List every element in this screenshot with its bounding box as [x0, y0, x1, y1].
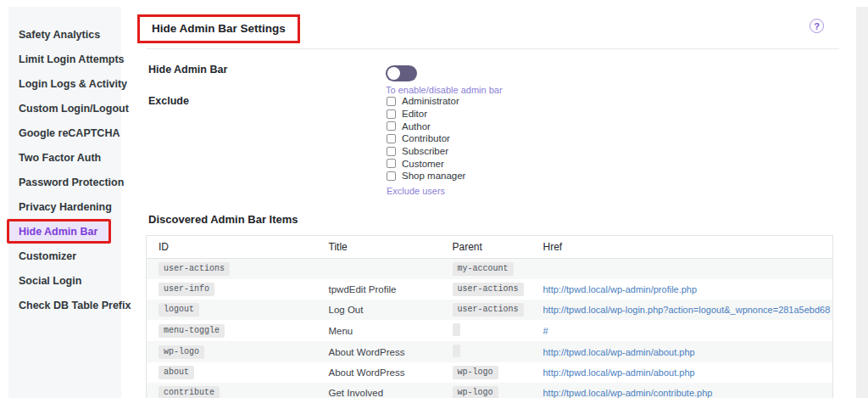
sidebar-item-two-factor-auth[interactable]: Two Factor Auth — [8, 145, 121, 170]
cell-parent: my-account — [441, 259, 531, 280]
role-checkbox[interactable] — [387, 97, 396, 106]
cell-href: http://tpwd.local/wp-admin/profile.php — [531, 279, 833, 300]
role-row: Contributor — [387, 132, 465, 145]
cell-parent: user-actions — [441, 300, 531, 320]
cell-parent: wp-logo — [441, 383, 531, 398]
column-header: Parent — [441, 236, 531, 259]
role-checkbox[interactable] — [387, 171, 396, 181]
id-badge: contribute — [159, 386, 220, 398]
cell-id: menu-toggle — [147, 320, 317, 341]
parent-badge: my-account — [453, 262, 514, 276]
id-badge: user-info — [159, 283, 214, 296]
cell-id: user-actions — [147, 259, 317, 280]
sidebar-item-google-recaptcha[interactable]: Google reCAPTCHA — [8, 121, 121, 145]
sidebar-item-customizer[interactable]: Customizer — [8, 244, 121, 268]
href-link[interactable]: http://tpwd.local/wp-admin/about.php — [543, 347, 695, 357]
sidebar-item-privacy-hardening[interactable]: Privacy Hardening — [8, 194, 121, 219]
scrollbar-track[interactable] — [856, 7, 868, 398]
column-header: Href — [531, 236, 833, 259]
cell-title: Log Out — [317, 300, 441, 320]
cell-href: http://tpwd.local/wp-admin/contribute.ph… — [531, 383, 833, 398]
role-row: Author — [387, 120, 465, 132]
cell-href: http://tpwd.local/wp-login.php?action=lo… — [531, 300, 833, 320]
column-header: ID — [147, 236, 317, 259]
parent-badge: wp-logo — [453, 366, 498, 379]
cell-title — [317, 259, 441, 280]
title-text: Log Out — [329, 305, 364, 315]
cell-id: wp-logo — [147, 341, 317, 362]
table-row: user-actionsmy-account — [147, 259, 833, 280]
title-text: Get Involved — [329, 388, 384, 398]
cell-href: # — [531, 320, 833, 341]
role-checkbox[interactable] — [387, 159, 396, 168]
exclude-users-link[interactable]: Exclude users — [387, 186, 465, 196]
role-checkbox[interactable] — [387, 109, 396, 119]
title-text: About WordPress — [329, 347, 405, 357]
sidebar-item-hide-admin-bar[interactable]: Hide Admin Bar — [7, 219, 111, 244]
sidebar-item-social-login[interactable]: Social Login — [8, 268, 121, 293]
href-link[interactable]: http://tpwd.local/wp-admin/contribute.ph… — [543, 388, 713, 398]
title-text: About WordPress — [329, 367, 405, 378]
cell-href: http://tpwd.local/wp-admin/about.php — [531, 341, 833, 362]
id-badge: menu-toggle — [159, 324, 225, 338]
table-row: user-infotpwdEdit Profileuser-actionshtt… — [147, 279, 833, 300]
sidebar-nav: Safety AnalyticsLimit Login AttemptsLogi… — [8, 7, 121, 398]
role-checkbox[interactable] — [387, 121, 396, 131]
parent-badge: wp-logo — [453, 386, 498, 398]
sidebar-item-check-db-table-prefix[interactable]: Check DB Table Prefix — [8, 293, 121, 317]
sidebar-item-custom-login-logout[interactable]: Custom Login/Logout — [8, 96, 121, 121]
cell-parent — [441, 341, 531, 362]
cell-parent — [441, 320, 531, 341]
role-row: Shop manager — [387, 170, 465, 182]
href-link[interactable]: http://tpwd.local/wp-admin/about.php — [543, 367, 695, 378]
cell-id: contribute — [147, 383, 317, 398]
plugin-settings-screen: Safety AnalyticsLimit Login AttemptsLogi… — [0, 0, 868, 398]
table-heading: Discovered Admin Bar Items — [148, 213, 298, 226]
cell-title: Menu — [317, 320, 441, 341]
role-checkbox[interactable] — [387, 134, 396, 143]
role-checkbox[interactable] — [387, 147, 396, 156]
cell-title: Get Involved — [317, 383, 441, 398]
header-divider — [147, 48, 839, 49]
exclude-label: Exclude — [148, 95, 189, 107]
toggle-knob — [387, 67, 400, 80]
cell-href: http://tpwd.local/wp-admin/about.php — [531, 362, 833, 383]
table-row: wp-logoAbout WordPresshttp://tpwd.local/… — [147, 341, 833, 362]
parent-badge — [453, 323, 460, 336]
cell-title: tpwdEdit Profile — [317, 279, 441, 300]
help-icon[interactable]: ? — [810, 19, 824, 33]
role-label: Customer — [402, 159, 444, 169]
id-badge: logout — [159, 303, 199, 317]
role-row: Editor — [387, 108, 465, 121]
parent-badge: user-actions — [453, 303, 524, 317]
column-header: Title — [317, 236, 441, 259]
sidebar-item-limit-login-attempts[interactable]: Limit Login Attempts — [8, 47, 121, 71]
sidebar-item-password-protection[interactable]: Password Protection — [8, 170, 121, 194]
table-header-row: IDTitleParentHref — [147, 236, 833, 259]
cell-id: about — [147, 362, 317, 383]
href-link[interactable]: http://tpwd.local/wp-admin/profile.php — [543, 284, 698, 294]
cell-title: About WordPress — [317, 341, 441, 362]
role-label: Shop manager — [402, 171, 465, 181]
cell-href — [531, 259, 833, 280]
toggle-hint-text: To enable/disable admin bar — [386, 85, 503, 95]
exclude-roles-list: AdministratorEditorAuthorContributorSubs… — [387, 95, 465, 196]
href-link[interactable]: http://tpwd.local/wp-login.php?action=lo… — [543, 305, 831, 315]
main-content: Hide Admin Bar Settings ? Hide Admin Bar… — [146, 0, 833, 398]
role-row: Customer — [387, 157, 465, 170]
role-row: Administrator — [387, 95, 465, 108]
hide-admin-bar-toggle[interactable] — [386, 65, 417, 81]
id-badge: about — [159, 366, 194, 379]
title-text: tpwdEdit Profile — [329, 284, 397, 294]
table-row: menu-toggleMenu# — [147, 320, 833, 341]
id-badge: wp-logo — [159, 345, 204, 359]
sidebar-item-login-logs-activity[interactable]: Login Logs & Activity — [8, 71, 121, 96]
cell-parent: wp-logo — [441, 362, 531, 383]
cell-title: About WordPress — [317, 362, 441, 383]
sidebar-item-safety-analytics[interactable]: Safety Analytics — [8, 22, 121, 47]
href-link[interactable]: # — [543, 326, 548, 336]
role-label: Subscriber — [402, 146, 448, 156]
parent-badge — [453, 345, 460, 357]
cell-id: logout — [147, 300, 317, 320]
table-row: logoutLog Outuser-actionshttp://tpwd.loc… — [147, 300, 833, 320]
